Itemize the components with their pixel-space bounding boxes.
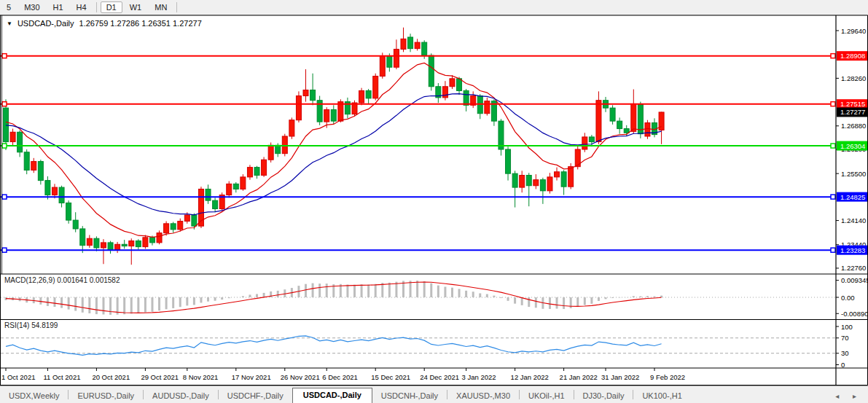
candle-body bbox=[241, 177, 246, 189]
candle-body bbox=[582, 137, 587, 149]
candle-body bbox=[178, 222, 183, 230]
candle-body bbox=[408, 37, 413, 49]
mt4-window: 5M30H1H4D1W1MN 1.296401.282601.268801.26… bbox=[0, 0, 868, 403]
chart-canvas: 1.296401.282601.268801.262001.255001.241… bbox=[0, 0, 868, 403]
date-tick-label: 29 Oct 2021 bbox=[141, 373, 179, 381]
candle-body bbox=[247, 168, 252, 177]
candle-body bbox=[213, 200, 218, 208]
candle-body bbox=[547, 177, 552, 191]
candle-body bbox=[429, 55, 434, 87]
candle-body bbox=[512, 173, 517, 187]
candle-body bbox=[450, 79, 455, 87]
candle-body bbox=[17, 132, 23, 152]
candle-body bbox=[373, 77, 378, 98]
candle-body bbox=[310, 90, 316, 100]
chart-tab-usdx-weekly[interactable]: USDX,Weekly bbox=[0, 389, 68, 403]
hline-handle[interactable] bbox=[831, 195, 835, 199]
chart-tab-usdcnh-daily[interactable]: USDCNH-,Daily bbox=[372, 389, 447, 403]
price-badge-label: 1.27515 bbox=[840, 100, 865, 108]
candle-body bbox=[631, 103, 636, 131]
date-tick-label: 1 Oct 2021 bbox=[1, 373, 35, 381]
candle-body bbox=[122, 244, 127, 246]
hline-handle[interactable] bbox=[831, 248, 835, 252]
candle-body bbox=[366, 90, 371, 98]
chart-title: ▼ USDCAD-,Daily 1.26759 1.27286 1.26351 … bbox=[7, 19, 202, 28]
candle-body bbox=[624, 129, 629, 133]
hline-handle[interactable] bbox=[2, 248, 7, 252]
candle-body bbox=[533, 180, 539, 186]
hline-handle[interactable] bbox=[831, 102, 835, 106]
candle-body bbox=[289, 120, 294, 136]
candle-body bbox=[596, 101, 601, 142]
candle-body bbox=[149, 238, 155, 243]
price-tick-label: 1.28260 bbox=[841, 74, 866, 82]
candle-body bbox=[108, 243, 113, 250]
candle-body bbox=[129, 241, 134, 246]
candle-body bbox=[184, 215, 189, 222]
hline-handle[interactable] bbox=[2, 144, 7, 148]
candle-body bbox=[136, 241, 141, 247]
symbol-dropdown-icon[interactable]: ▼ bbox=[7, 20, 12, 27]
chart-tab-xauusd-m30[interactable]: XAUUSD-,M30 bbox=[447, 389, 519, 403]
candle-body bbox=[506, 149, 511, 173]
price-badge-label: 1.23283 bbox=[840, 246, 865, 254]
date-tick-label: 31 Jan 2022 bbox=[601, 373, 639, 381]
date-tick-label: 21 Jan 2022 bbox=[560, 373, 598, 381]
chart-tab-eurusd-daily[interactable]: EURUSD-,Daily bbox=[69, 389, 143, 403]
date-tick-label: 9 Feb 2022 bbox=[650, 373, 685, 381]
candle-body bbox=[4, 108, 9, 141]
hline-handle[interactable] bbox=[2, 102, 7, 106]
chart-tab-uk100-h1[interactable]: UK100-,H1 bbox=[633, 389, 690, 403]
ohlc-values: 1.26759 1.27286 1.26351 1.27277 bbox=[79, 19, 202, 28]
chart-tab-audusd-daily[interactable]: AUDUSD-,Daily bbox=[144, 389, 218, 403]
candle-body bbox=[568, 167, 574, 187]
hline-handle[interactable] bbox=[831, 144, 835, 148]
date-tick-label: 26 Nov 2021 bbox=[281, 373, 320, 381]
candle-body bbox=[589, 137, 594, 142]
macd-indicator-label: MACD(12,26,9) 0.001641 0.001582 bbox=[4, 276, 120, 284]
candle-body bbox=[10, 132, 15, 141]
rsi-axis-label: 0 bbox=[841, 361, 845, 369]
price-badge-label: 1.26304 bbox=[840, 142, 865, 150]
date-tick-label: 6 Dec 2021 bbox=[322, 373, 358, 381]
rsi-axis-label: 70 bbox=[841, 334, 849, 342]
candle-body bbox=[254, 168, 259, 176]
macd-axis-label: 0.00 bbox=[841, 294, 855, 302]
rsi-axis-label: 30 bbox=[841, 349, 849, 357]
price-badge-label: 1.28908 bbox=[840, 52, 865, 60]
date-tick-label: 3 Jan 2022 bbox=[462, 373, 496, 381]
candle-body bbox=[206, 189, 211, 200]
hline-handle[interactable] bbox=[2, 195, 7, 199]
candle-body bbox=[80, 229, 85, 246]
candle-body bbox=[380, 56, 385, 76]
price-tick-label: 1.26880 bbox=[841, 122, 866, 130]
chart-tab-usdchf-daily[interactable]: USDCHF-,Daily bbox=[219, 389, 292, 403]
chart-tab-usdcad-daily[interactable]: USDCAD-,Daily bbox=[292, 388, 372, 403]
candle-body bbox=[38, 162, 43, 181]
price-tick-label: 1.22760 bbox=[841, 264, 866, 272]
candle-body bbox=[331, 110, 336, 122]
candle-body bbox=[233, 184, 238, 189]
candle-body bbox=[394, 50, 399, 68]
candle-body bbox=[526, 176, 531, 186]
candle-body bbox=[157, 233, 162, 243]
candle-body bbox=[192, 215, 197, 226]
candle-body bbox=[324, 110, 329, 122]
chart-tab-ukoil-h1[interactable]: UKOil-,H1 bbox=[520, 389, 574, 403]
date-tick-label: 24 Dec 2021 bbox=[420, 373, 459, 381]
hline-handle[interactable] bbox=[831, 54, 835, 58]
candle-body bbox=[45, 181, 50, 195]
candle-body bbox=[645, 123, 650, 136]
chart-tab-dj30-daily[interactable]: DJ30-,Daily bbox=[574, 389, 633, 403]
candle-body bbox=[303, 90, 308, 95]
tab-scroll-arrows[interactable]: ◂ ▸ bbox=[835, 392, 862, 400]
date-tick-label: 8 Nov 2021 bbox=[183, 373, 219, 381]
candle-body bbox=[66, 203, 71, 220]
candle-body bbox=[262, 160, 267, 175]
candle-body bbox=[73, 220, 78, 229]
candle-body bbox=[164, 224, 169, 233]
price-tick-label: 1.24140 bbox=[841, 216, 866, 224]
hline-handle[interactable] bbox=[2, 54, 7, 58]
chart-tab-bar: USDX,WeeklyEURUSD-,DailyAUDUSD-,DailyUSD… bbox=[0, 386, 868, 403]
candle-body bbox=[485, 101, 490, 114]
